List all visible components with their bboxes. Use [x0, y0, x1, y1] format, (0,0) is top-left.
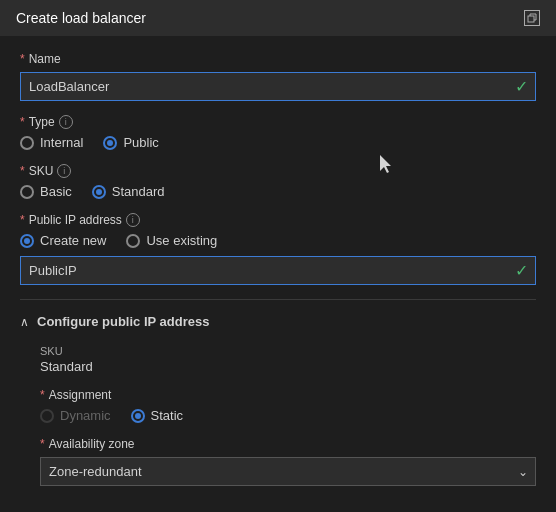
type-public-option[interactable]: Public — [103, 135, 158, 150]
pip-valid-checkmark: ✓ — [515, 261, 528, 280]
name-field-group: * Name ✓ — [20, 52, 536, 101]
pip-existing-option[interactable]: Use existing — [126, 233, 217, 248]
assignment-static-option[interactable]: Static — [131, 408, 184, 423]
pip-existing-radio[interactable] — [126, 234, 140, 248]
name-input-wrapper: ✓ — [20, 72, 536, 101]
type-info-icon[interactable]: i — [59, 115, 73, 129]
configure-section: ∧ Configure public IP address SKU Standa… — [20, 314, 536, 486]
configure-body: SKU Standard * Assignment Dynamic Static — [20, 345, 536, 486]
title-bar: Create load balancer — [0, 0, 556, 36]
sku-radio-group: Basic Standard — [20, 184, 536, 199]
pip-label: * Public IP address i — [20, 213, 536, 227]
assignment-static-radio[interactable] — [131, 409, 145, 423]
assignment-radio-group: Dynamic Static — [40, 408, 536, 423]
pip-existing-label: Use existing — [146, 233, 217, 248]
configure-sku-value: Standard — [40, 359, 536, 374]
sku-standard-label: Standard — [112, 184, 165, 199]
restore-window-button[interactable] — [524, 10, 540, 26]
assignment-label-text: Assignment — [49, 388, 112, 402]
assignment-dynamic-radio[interactable] — [40, 409, 54, 423]
type-required-star: * — [20, 115, 25, 129]
az-label-text: Availability zone — [49, 437, 135, 451]
type-label-text: Type — [29, 115, 55, 129]
sku-field-group: * SKU i Basic Standard — [20, 164, 536, 199]
az-select[interactable]: Zone-redundant 1 2 3 No Zone — [40, 457, 536, 486]
name-valid-checkmark: ✓ — [515, 77, 528, 96]
name-input[interactable] — [20, 72, 536, 101]
type-internal-label: Internal — [40, 135, 83, 150]
type-public-label: Public — [123, 135, 158, 150]
sku-label-text: SKU — [29, 164, 54, 178]
assignment-static-label: Static — [151, 408, 184, 423]
section-divider — [20, 299, 536, 300]
assignment-dynamic-label: Dynamic — [60, 408, 111, 423]
sku-required-star: * — [20, 164, 25, 178]
sku-basic-option[interactable]: Basic — [20, 184, 72, 199]
sku-basic-label: Basic — [40, 184, 72, 199]
form-content: * Name ✓ * Type i Internal Public * — [0, 36, 556, 512]
configure-title: Configure public IP address — [37, 314, 209, 329]
az-required-star: * — [40, 437, 45, 451]
type-internal-radio[interactable] — [20, 136, 34, 150]
pip-name-input[interactable] — [20, 256, 536, 285]
pip-radio-group: Create new Use existing — [20, 233, 536, 248]
pip-create-label: Create new — [40, 233, 106, 248]
configure-header[interactable]: ∧ Configure public IP address — [20, 314, 536, 329]
assignment-dynamic-option[interactable]: Dynamic — [40, 408, 111, 423]
type-field-group: * Type i Internal Public — [20, 115, 536, 150]
window-title: Create load balancer — [16, 10, 146, 26]
pip-label-text: Public IP address — [29, 213, 122, 227]
sku-label: * SKU i — [20, 164, 536, 178]
pip-create-radio[interactable] — [20, 234, 34, 248]
svg-rect-0 — [528, 16, 534, 22]
sku-info-icon[interactable]: i — [57, 164, 71, 178]
name-label: * Name — [20, 52, 536, 66]
pip-required-star: * — [20, 213, 25, 227]
type-radio-group: Internal Public — [20, 135, 536, 150]
configure-sku-label: SKU — [40, 345, 536, 357]
az-select-wrapper: Zone-redundant 1 2 3 No Zone ⌄ — [40, 457, 536, 486]
configure-sku-row: SKU Standard — [40, 345, 536, 374]
collapse-icon: ∧ — [20, 315, 29, 329]
sku-standard-radio[interactable] — [92, 185, 106, 199]
type-public-radio[interactable] — [103, 136, 117, 150]
availability-zone-label: * Availability zone — [40, 437, 536, 451]
assignment-field-group: * Assignment Dynamic Static — [40, 388, 536, 423]
type-internal-option[interactable]: Internal — [20, 135, 83, 150]
sku-basic-radio[interactable] — [20, 185, 34, 199]
name-label-text: Name — [29, 52, 61, 66]
pip-info-icon[interactable]: i — [126, 213, 140, 227]
name-required-star: * — [20, 52, 25, 66]
assignment-label: * Assignment — [40, 388, 536, 402]
sku-standard-option[interactable]: Standard — [92, 184, 165, 199]
pip-field-group: * Public IP address i Create new Use exi… — [20, 213, 536, 285]
assignment-required-star: * — [40, 388, 45, 402]
type-label: * Type i — [20, 115, 536, 129]
pip-create-option[interactable]: Create new — [20, 233, 106, 248]
availability-zone-field-group: * Availability zone Zone-redundant 1 2 3… — [40, 437, 536, 486]
pip-input-wrapper: ✓ — [20, 256, 536, 285]
